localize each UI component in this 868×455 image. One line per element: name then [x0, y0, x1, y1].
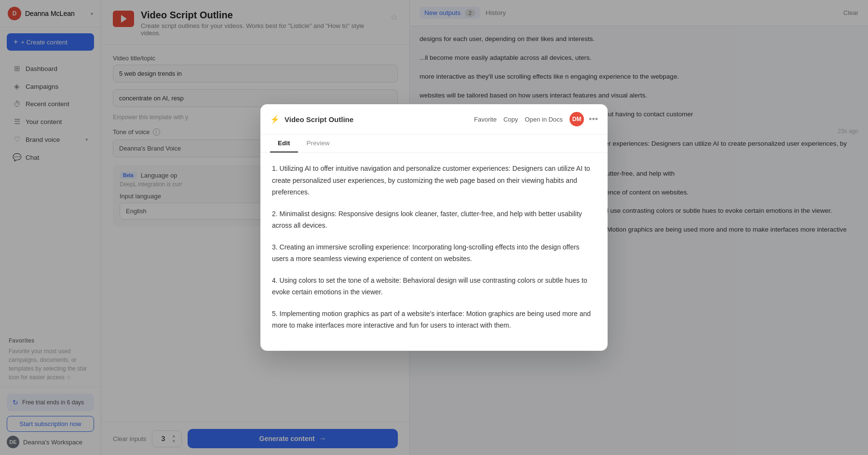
modal-copy-button[interactable]: Copy [503, 116, 518, 123]
modal-content-2: 2. Minimalist designs: Responsive design… [272, 208, 596, 232]
modal-header: ⚡ Video Script Outline Favorite Copy Ope… [260, 104, 608, 135]
modal-lightning-icon: ⚡ [270, 115, 280, 124]
modal-content-5: 5. Implementing motion graphics as part … [272, 308, 596, 331]
modal-content-4: 4. Using colors to set the tone of a web… [272, 275, 596, 298]
modal-tabs: Edit Preview [260, 135, 608, 153]
modal: ⚡ Video Script Outline Favorite Copy Ope… [260, 104, 608, 351]
modal-user-avatar: DM [570, 112, 584, 126]
modal-tab-edit[interactable]: Edit [270, 135, 298, 152]
modal-open-docs-button[interactable]: Open in Docs [525, 116, 563, 123]
modal-title: Video Script Outline [285, 115, 469, 124]
modal-tab-preview[interactable]: Preview [299, 135, 338, 152]
modal-actions: Favorite Copy Open in Docs DM ••• [474, 112, 598, 126]
modal-content-3: 3. Creating an immersive scrolling exper… [272, 241, 596, 265]
modal-favorite-button[interactable]: Favorite [474, 116, 497, 123]
modal-more-icon[interactable]: ••• [589, 115, 598, 124]
modal-body: 1. Utilizing AI to offer intuitive navig… [260, 153, 608, 351]
modal-content-1: 1. Utilizing AI to offer intuitive navig… [272, 163, 596, 198]
modal-overlay[interactable]: ⚡ Video Script Outline Favorite Copy Ope… [0, 0, 868, 455]
